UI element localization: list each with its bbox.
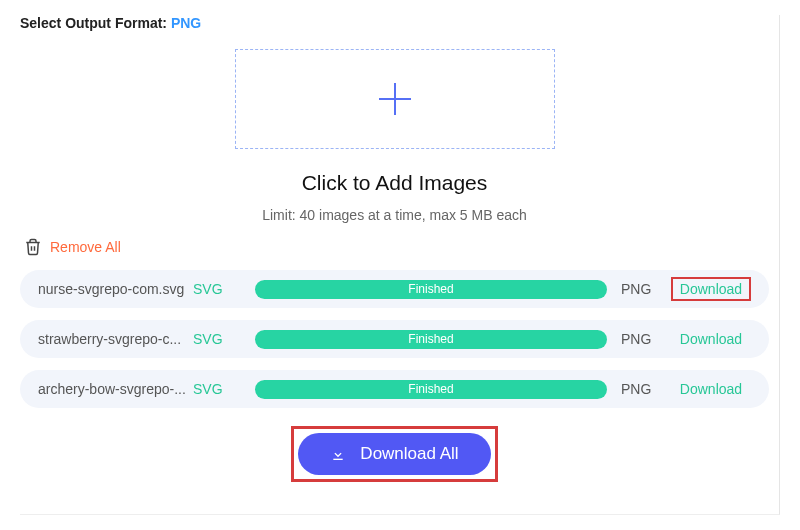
- footer: Download All: [20, 426, 769, 482]
- download-all-highlight: Download All: [291, 426, 497, 482]
- download-link[interactable]: Download: [671, 381, 751, 397]
- progress-bar: Finished: [255, 380, 607, 399]
- download-icon: [330, 446, 346, 462]
- progress-bar: Finished: [255, 280, 607, 299]
- download-link[interactable]: Download: [671, 331, 751, 347]
- file-name: nurse-svgrepo-com.svg: [38, 281, 193, 297]
- file-source-format: SVG: [193, 381, 241, 397]
- remove-all-row: Remove All: [24, 238, 769, 256]
- file-target-format: PNG: [621, 281, 671, 297]
- file-row: archery-bow-svgrepo-...SVGFinishedPNGDow…: [20, 370, 769, 408]
- file-source-format: SVG: [193, 331, 241, 347]
- file-source-format: SVG: [193, 281, 241, 297]
- plus-icon: [373, 77, 417, 121]
- upload-limit-text: Limit: 40 images at a time, max 5 MB eac…: [262, 207, 527, 223]
- download-all-label: Download All: [360, 444, 458, 464]
- file-list: nurse-svgrepo-com.svgSVGFinishedPNGDownl…: [20, 270, 769, 408]
- add-images-title: Click to Add Images: [302, 171, 488, 195]
- download-all-button[interactable]: Download All: [298, 433, 490, 475]
- upload-section: Click to Add Images Limit: 40 images at …: [20, 49, 769, 223]
- file-target-format: PNG: [621, 331, 671, 347]
- download-link[interactable]: Download: [671, 277, 751, 301]
- file-row: strawberry-svgrepo-c...SVGFinishedPNGDow…: [20, 320, 769, 358]
- output-format-value[interactable]: PNG: [171, 15, 201, 31]
- file-target-format: PNG: [621, 381, 671, 397]
- file-name: strawberry-svgrepo-c...: [38, 331, 193, 347]
- output-format-row: Select Output Format: PNG: [20, 15, 769, 31]
- output-format-label: Select Output Format:: [20, 15, 171, 31]
- remove-all-link[interactable]: Remove All: [50, 239, 121, 255]
- file-row: nurse-svgrepo-com.svgSVGFinishedPNGDownl…: [20, 270, 769, 308]
- progress-bar: Finished: [255, 330, 607, 349]
- add-images-dropzone[interactable]: [235, 49, 555, 149]
- trash-icon[interactable]: [24, 238, 42, 256]
- svg-rect-2: [334, 459, 343, 460]
- file-name: archery-bow-svgrepo-...: [38, 381, 193, 397]
